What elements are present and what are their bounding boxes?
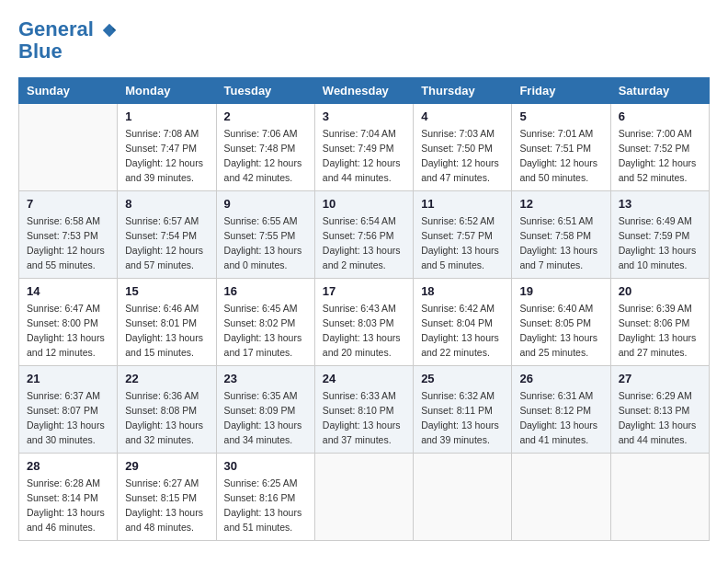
day-info: Sunrise: 6:35 AM Sunset: 8:09 PM Dayligh…: [224, 389, 307, 447]
calendar-cell: 3Sunrise: 7:04 AM Sunset: 7:49 PM Daylig…: [314, 104, 413, 191]
day-info: Sunrise: 6:37 AM Sunset: 8:07 PM Dayligh…: [27, 389, 109, 447]
logo: General Blue: [18, 18, 118, 63]
day-info: Sunrise: 6:46 AM Sunset: 8:01 PM Dayligh…: [125, 302, 208, 360]
day-info: Sunrise: 6:47 AM Sunset: 8:00 PM Dayligh…: [27, 302, 109, 360]
day-info: Sunrise: 6:49 AM Sunset: 7:59 PM Dayligh…: [619, 214, 701, 272]
day-number: 15: [125, 284, 208, 298]
day-info: Sunrise: 6:43 AM Sunset: 8:03 PM Dayligh…: [323, 302, 405, 360]
calendar-cell: [414, 454, 512, 541]
day-number: 17: [323, 284, 405, 298]
calendar-cell: 1Sunrise: 7:08 AM Sunset: 7:47 PM Daylig…: [118, 104, 216, 191]
day-number: 3: [323, 109, 405, 123]
day-number: 25: [421, 372, 504, 385]
day-number: 14: [27, 284, 109, 298]
day-number: 2: [224, 109, 307, 123]
calendar-week-row: 21Sunrise: 6:37 AM Sunset: 8:07 PM Dayli…: [19, 366, 710, 454]
calendar-week-row: 7Sunrise: 6:58 AM Sunset: 7:53 PM Daylig…: [19, 191, 710, 279]
logo-text: General: [18, 18, 118, 40]
page-header: General Blue: [18, 18, 710, 63]
calendar-body: 1Sunrise: 7:08 AM Sunset: 7:47 PM Daylig…: [19, 104, 710, 541]
day-number: 8: [125, 197, 208, 211]
calendar-cell: 12Sunrise: 6:51 AM Sunset: 7:58 PM Dayli…: [512, 191, 610, 279]
calendar-week-row: 14Sunrise: 6:47 AM Sunset: 8:00 PM Dayli…: [19, 279, 710, 366]
weekday-header: Sunday: [19, 78, 118, 104]
day-number: 19: [519, 284, 602, 298]
logo-general: General: [18, 17, 94, 40]
day-info: Sunrise: 6:55 AM Sunset: 7:55 PM Dayligh…: [224, 214, 307, 272]
day-info: Sunrise: 7:06 AM Sunset: 7:48 PM Dayligh…: [224, 127, 307, 185]
calendar-cell: [314, 454, 413, 541]
day-info: Sunrise: 6:28 AM Sunset: 8:14 PM Dayligh…: [27, 477, 109, 534]
weekday-header: Tuesday: [216, 78, 314, 104]
day-info: Sunrise: 6:57 AM Sunset: 7:54 PM Dayligh…: [125, 214, 208, 272]
day-info: Sunrise: 6:42 AM Sunset: 8:04 PM Dayligh…: [421, 302, 504, 360]
day-number: 26: [519, 372, 602, 385]
calendar-cell: 4Sunrise: 7:03 AM Sunset: 7:50 PM Daylig…: [414, 104, 512, 191]
calendar-cell: 25Sunrise: 6:32 AM Sunset: 8:11 PM Dayli…: [414, 366, 512, 454]
day-number: 10: [323, 197, 405, 211]
day-info: Sunrise: 6:31 AM Sunset: 8:12 PM Dayligh…: [519, 389, 602, 447]
calendar-cell: 15Sunrise: 6:46 AM Sunset: 8:01 PM Dayli…: [118, 279, 216, 366]
calendar-cell: 27Sunrise: 6:29 AM Sunset: 8:13 PM Dayli…: [610, 366, 709, 454]
calendar-table: SundayMondayTuesdayWednesdayThursdayFrid…: [18, 77, 710, 541]
day-number: 20: [619, 284, 701, 298]
weekday-row: SundayMondayTuesdayWednesdayThursdayFrid…: [19, 78, 710, 104]
day-info: Sunrise: 7:04 AM Sunset: 7:49 PM Dayligh…: [323, 127, 405, 185]
day-info: Sunrise: 6:45 AM Sunset: 8:02 PM Dayligh…: [224, 302, 307, 360]
day-info: Sunrise: 6:25 AM Sunset: 8:16 PM Dayligh…: [224, 477, 307, 534]
day-info: Sunrise: 6:51 AM Sunset: 7:58 PM Dayligh…: [519, 214, 602, 272]
calendar-cell: 5Sunrise: 7:01 AM Sunset: 7:51 PM Daylig…: [512, 104, 610, 191]
calendar-cell: 13Sunrise: 6:49 AM Sunset: 7:59 PM Dayli…: [610, 191, 709, 279]
weekday-header: Wednesday: [314, 78, 413, 104]
day-info: Sunrise: 6:40 AM Sunset: 8:05 PM Dayligh…: [519, 302, 602, 360]
day-info: Sunrise: 7:08 AM Sunset: 7:47 PM Dayligh…: [125, 127, 208, 185]
calendar-cell: 16Sunrise: 6:45 AM Sunset: 8:02 PM Dayli…: [216, 279, 314, 366]
logo-icon: [101, 22, 118, 39]
calendar-cell: 21Sunrise: 6:37 AM Sunset: 8:07 PM Dayli…: [19, 366, 118, 454]
day-info: Sunrise: 7:03 AM Sunset: 7:50 PM Dayligh…: [421, 127, 504, 185]
day-number: 29: [125, 459, 208, 473]
day-info: Sunrise: 6:36 AM Sunset: 8:08 PM Dayligh…: [125, 389, 208, 447]
day-info: Sunrise: 6:32 AM Sunset: 8:11 PM Dayligh…: [421, 389, 504, 447]
calendar-week-row: 1Sunrise: 7:08 AM Sunset: 7:47 PM Daylig…: [19, 104, 710, 191]
weekday-header: Monday: [118, 78, 216, 104]
weekday-header: Friday: [512, 78, 610, 104]
calendar-cell: 11Sunrise: 6:52 AM Sunset: 7:57 PM Dayli…: [414, 191, 512, 279]
day-number: 5: [519, 109, 602, 123]
calendar-cell: [19, 104, 118, 191]
day-info: Sunrise: 6:39 AM Sunset: 8:06 PM Dayligh…: [619, 302, 701, 360]
weekday-header: Thursday: [414, 78, 512, 104]
day-number: 12: [519, 197, 602, 211]
calendar-cell: 14Sunrise: 6:47 AM Sunset: 8:00 PM Dayli…: [19, 279, 118, 366]
calendar-cell: 2Sunrise: 7:06 AM Sunset: 7:48 PM Daylig…: [216, 104, 314, 191]
day-info: Sunrise: 7:00 AM Sunset: 7:52 PM Dayligh…: [619, 127, 701, 185]
day-info: Sunrise: 6:52 AM Sunset: 7:57 PM Dayligh…: [421, 214, 504, 272]
day-number: 30: [224, 459, 307, 473]
calendar-cell: 24Sunrise: 6:33 AM Sunset: 8:10 PM Dayli…: [314, 366, 413, 454]
calendar-cell: 17Sunrise: 6:43 AM Sunset: 8:03 PM Dayli…: [314, 279, 413, 366]
day-number: 28: [27, 459, 109, 473]
calendar-cell: 30Sunrise: 6:25 AM Sunset: 8:16 PM Dayli…: [216, 454, 314, 541]
day-info: Sunrise: 6:27 AM Sunset: 8:15 PM Dayligh…: [125, 477, 208, 534]
day-number: 18: [421, 284, 504, 298]
calendar-cell: 10Sunrise: 6:54 AM Sunset: 7:56 PM Dayli…: [314, 191, 413, 279]
day-number: 11: [421, 197, 504, 211]
day-number: 27: [619, 372, 701, 385]
calendar-cell: [610, 454, 709, 541]
calendar-cell: 6Sunrise: 7:00 AM Sunset: 7:52 PM Daylig…: [610, 104, 709, 191]
day-info: Sunrise: 6:54 AM Sunset: 7:56 PM Dayligh…: [323, 214, 405, 272]
weekday-header: Saturday: [610, 78, 709, 104]
calendar-cell: 8Sunrise: 6:57 AM Sunset: 7:54 PM Daylig…: [118, 191, 216, 279]
day-info: Sunrise: 6:33 AM Sunset: 8:10 PM Dayligh…: [323, 389, 405, 447]
calendar-cell: 18Sunrise: 6:42 AM Sunset: 8:04 PM Dayli…: [414, 279, 512, 366]
day-number: 24: [323, 372, 405, 385]
day-number: 16: [224, 284, 307, 298]
day-number: 6: [619, 109, 701, 123]
day-number: 22: [125, 372, 208, 385]
day-number: 9: [224, 197, 307, 211]
calendar-header: SundayMondayTuesdayWednesdayThursdayFrid…: [19, 78, 710, 104]
day-number: 1: [125, 109, 208, 123]
logo-blue: Blue: [18, 40, 118, 63]
day-number: 4: [421, 109, 504, 123]
calendar-cell: 29Sunrise: 6:27 AM Sunset: 8:15 PM Dayli…: [118, 454, 216, 541]
